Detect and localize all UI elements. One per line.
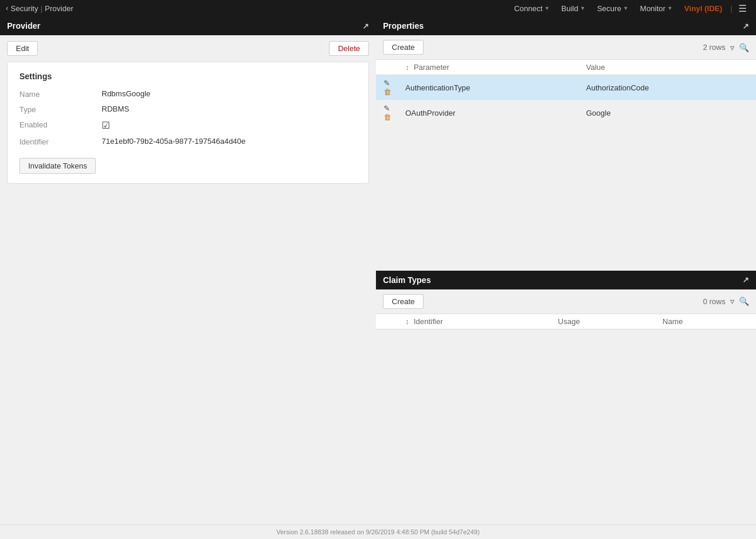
breadcrumb-separator: |: [41, 4, 42, 13]
nav-build[interactable]: Build ▼: [556, 0, 592, 16]
delete-row-icon[interactable]: 🗑: [382, 87, 393, 96]
edit-row-icon[interactable]: ✎: [382, 104, 392, 113]
type-value: RDBMS: [102, 105, 129, 113]
value-cell: AuthorizationCode: [580, 75, 756, 100]
secure-dropdown-arrow: ▼: [623, 5, 629, 11]
name-row: Name RdbmsGoogle: [19, 89, 357, 99]
table-row[interactable]: ✎ 🗑OAuthProviderGoogle: [376, 100, 756, 126]
claim-types-table: ↕ Identifier Usage Name: [376, 314, 756, 329]
build-dropdown-arrow: ▼: [580, 5, 586, 11]
breadcrumb-current: Provider: [45, 4, 73, 13]
main-content: Provider ↗ Edit Delete Settings Name Rdb…: [0, 16, 756, 524]
settings-title: Settings: [19, 72, 357, 81]
parameter-sort-icon: ↕: [405, 63, 409, 72]
hamburger-icon[interactable]: ☰: [735, 3, 750, 14]
nav-right: Connect ▼ Build ▼ Secure ▼ Monitor ▼ Vin…: [508, 0, 750, 16]
edit-button[interactable]: Edit: [7, 41, 38, 56]
properties-table-header-row: ↕ Parameter Value: [376, 60, 756, 75]
type-row: Type RDBMS: [19, 105, 357, 114]
enabled-label: Enabled: [19, 120, 102, 129]
nav-secure[interactable]: Secure ▼: [591, 0, 634, 16]
properties-expand-icon[interactable]: ↗: [742, 22, 749, 31]
value-cell: Google: [580, 100, 756, 126]
footer-version-text: Version 2.6.18838 released on 9/26/2019 …: [276, 528, 479, 535]
claim-types-identifier-col[interactable]: ↕ Identifier: [399, 314, 552, 329]
claim-types-table-area: ↕ Identifier Usage Name: [376, 314, 756, 525]
claim-types-name-col[interactable]: Name: [657, 314, 756, 329]
claim-types-create-button[interactable]: Create: [383, 294, 424, 309]
properties-table: ↕ Parameter Value ✎ 🗑AuthenticationTypeA…: [376, 59, 756, 126]
properties-panel-title: Properties: [383, 21, 424, 31]
provider-toolbar: Edit Delete: [0, 35, 376, 62]
properties-value-col[interactable]: Value: [580, 60, 756, 75]
delete-button[interactable]: Delete: [329, 41, 369, 56]
claim-types-toolbar: Create 0 rows ▿ 🔍: [376, 289, 756, 314]
footer: Version 2.6.18838 released on 9/26/2019 …: [0, 524, 756, 539]
properties-filter-icon[interactable]: ▿: [730, 43, 734, 52]
identifier-sort-icon: ↕: [405, 317, 409, 326]
properties-toolbar-right: 2 rows ▿ 🔍: [703, 43, 749, 52]
properties-table-area: ↕ Parameter Value ✎ 🗑AuthenticationTypeA…: [376, 59, 756, 271]
top-nav: ‹ Security | Provider Connect ▼ Build ▼ …: [0, 0, 756, 16]
claim-types-actions-col: [376, 314, 399, 329]
row-actions: ✎ 🗑: [376, 100, 399, 126]
claim-types-panel-title: Claim Types: [383, 275, 431, 285]
edit-row-icon[interactable]: ✎: [382, 79, 392, 87]
claim-types-panel: Claim Types ↗ Create 0 rows ▿ 🔍: [376, 271, 756, 525]
provider-expand-icon[interactable]: ↗: [362, 22, 369, 31]
nav-connect[interactable]: Connect ▼: [508, 0, 555, 16]
properties-panel: Properties ↗ Create 2 rows ▿ 🔍: [376, 16, 756, 271]
claim-types-header-row: ↕ Identifier Usage Name: [376, 314, 756, 329]
identifier-label: Identifier: [19, 137, 102, 146]
claim-types-expand-icon[interactable]: ↗: [742, 275, 749, 284]
invalidate-tokens-button[interactable]: Invalidate Tokens: [19, 158, 96, 174]
right-panel: Properties ↗ Create 2 rows ▿ 🔍: [376, 16, 756, 524]
left-panel: Provider ↗ Edit Delete Settings Name Rdb…: [0, 16, 376, 524]
name-label: Name: [19, 89, 102, 99]
breadcrumb: ‹ Security | Provider: [6, 4, 508, 13]
properties-search-icon[interactable]: 🔍: [739, 43, 749, 52]
nav-separator: |: [728, 4, 735, 13]
claim-types-search-icon[interactable]: 🔍: [739, 297, 749, 306]
parameter-cell: OAuthProvider: [399, 100, 580, 126]
claim-types-panel-header: Claim Types ↗: [376, 271, 756, 289]
enabled-checkmark-icon: ☑: [102, 120, 110, 131]
claim-types-toolbar-right: 0 rows ▿ 🔍: [703, 297, 749, 306]
nav-vinyl-ide[interactable]: Vinyl (IDE): [678, 0, 728, 16]
properties-actions-col: [376, 60, 399, 75]
claim-types-row-count: 0 rows: [703, 297, 725, 306]
name-value: RdbmsGoogle: [102, 89, 150, 98]
monitor-dropdown-arrow: ▼: [667, 5, 673, 11]
breadcrumb-security-link[interactable]: Security: [11, 4, 38, 13]
identifier-row: Identifier 71e1ebf0-79b2-405a-9877-19754…: [19, 137, 357, 146]
connect-dropdown-arrow: ▼: [545, 5, 550, 11]
type-label: Type: [19, 105, 102, 114]
identifier-value: 71e1ebf0-79b2-405a-9877-197546a4d40e: [102, 137, 246, 146]
claim-types-filter-icon[interactable]: ▿: [730, 297, 734, 306]
parameter-cell: AuthenticationType: [399, 75, 580, 100]
claim-types-usage-col[interactable]: Usage: [552, 314, 657, 329]
nav-monitor[interactable]: Monitor ▼: [634, 0, 678, 16]
back-arrow-icon[interactable]: ‹: [6, 4, 8, 12]
row-actions: ✎ 🗑: [376, 75, 399, 100]
provider-panel-title: Provider: [7, 21, 41, 31]
properties-create-button[interactable]: Create: [383, 40, 424, 55]
settings-card: Settings Name RdbmsGoogle Type RDBMS Ena…: [7, 62, 369, 184]
table-row[interactable]: ✎ 🗑AuthenticationTypeAuthorizationCode: [376, 75, 756, 100]
properties-toolbar: Create 2 rows ▿ 🔍: [376, 35, 756, 59]
enabled-row: Enabled ☑: [19, 120, 357, 131]
delete-row-icon[interactable]: 🗑: [382, 113, 393, 122]
properties-row-count: 2 rows: [703, 43, 725, 52]
properties-parameter-col[interactable]: ↕ Parameter: [399, 60, 580, 75]
properties-panel-header: Properties ↗: [376, 16, 756, 35]
provider-panel-header: Provider ↗: [0, 16, 376, 35]
